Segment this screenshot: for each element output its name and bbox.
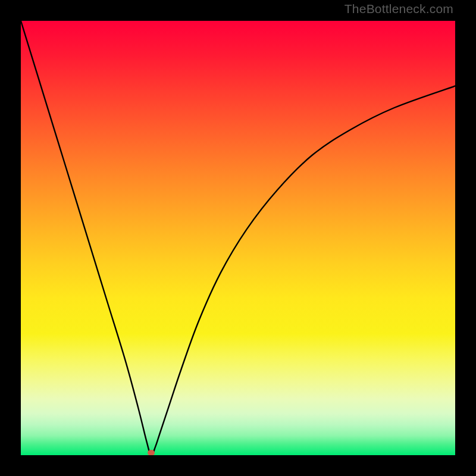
watermark-text: TheBottleneck.com (345, 2, 453, 16)
bottleneck-curve (21, 21, 455, 455)
minimum-point-marker (148, 450, 155, 455)
plot-area (21, 21, 455, 455)
curve-svg (21, 21, 455, 455)
chart-frame: TheBottleneck.com (0, 0, 476, 476)
